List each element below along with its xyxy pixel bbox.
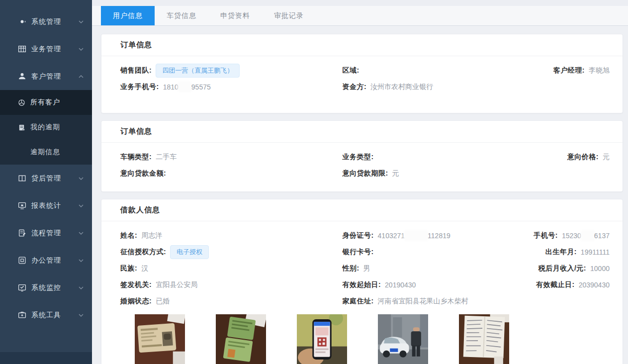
chevron-down-icon <box>78 176 84 182</box>
tab-user-info[interactable]: 用户信息 <box>101 6 155 25</box>
sidebar-item-label: 客户管理 <box>31 72 78 81</box>
name-value: 周志洋 <box>141 231 162 240</box>
sidebar-item-label: 所有客户 <box>30 98 60 107</box>
chevron-down-icon <box>78 46 84 52</box>
customer-management-submenu: 所有客户 我的逾期 逾期信息 <box>0 90 92 165</box>
grid-icon <box>18 45 26 53</box>
photo-item: 征信授权 <box>297 314 347 364</box>
sidebar-item-office-management[interactable]: 办公管理 <box>0 247 92 274</box>
chevron-down-icon <box>78 312 84 318</box>
credit-auth-phone-photo[interactable] <box>297 314 347 364</box>
gear-icon <box>18 17 26 26</box>
license-booklet-photo[interactable] <box>216 314 266 364</box>
chevron-down-icon <box>78 19 84 25</box>
sales-team-label: 销售团队: <box>120 66 152 75</box>
monitor-icon <box>18 201 26 210</box>
sidebar-item-report-statistics[interactable]: 报表统计 <box>0 192 92 219</box>
ethnicity-label: 民族: <box>120 264 137 273</box>
card-title: 订单信息 <box>101 34 623 56</box>
home-address-value: 河南省宜阳县花果山乡木柴村 <box>378 297 468 306</box>
redaction-blur <box>582 232 593 239</box>
valid-from-label: 有效起始日: <box>342 280 381 289</box>
income-label: 税后月收入/元: <box>538 264 586 273</box>
tab-approval-records[interactable]: 审批记录 <box>262 6 316 25</box>
redaction-blur <box>406 232 427 239</box>
sidebar-item-business-management[interactable]: 业务管理 <box>0 35 92 63</box>
birth-date-value: 19911111 <box>581 248 610 256</box>
pie-wheel-icon <box>18 99 25 106</box>
sidebar-item-my-overdue[interactable]: 我的逾期 <box>0 115 92 140</box>
photo-item: 其他材料 <box>459 314 509 364</box>
sidebar-item-system-tools[interactable]: 系统工具 <box>0 301 92 329</box>
bank-card-label: 银行卡号: <box>342 248 373 257</box>
mobile-value: 152306137 <box>562 232 610 240</box>
sidebar-item-all-customers[interactable]: 所有客户 <box>0 90 92 115</box>
birth-date-label: 出生年月: <box>545 248 577 257</box>
sidebar-item-label: 系统工具 <box>31 311 78 320</box>
order-info-card-1: 订单信息 销售团队: 四团一营（直属王鹏飞） 区域: 客户经理: 李晓旭 <box>101 34 623 113</box>
sidebar-item-system-management[interactable]: 系统管理 <box>0 8 92 35</box>
detail-tabbar: 用户信息 车贷信息 申贷资料 审批记录 <box>92 6 628 26</box>
valid-to-value: 20390430 <box>579 281 610 289</box>
monitor-check-icon <box>18 283 26 292</box>
card-title: 借款人信息 <box>101 199 623 221</box>
sidebar-item-process-management[interactable]: 流程管理 <box>0 219 92 247</box>
toolbox-icon <box>18 311 26 319</box>
chevron-down-icon <box>78 258 84 264</box>
funder-label: 资金方: <box>342 83 366 91</box>
sidebar-item-label: 贷后管理 <box>31 174 78 183</box>
issuing-authority-value: 宜阳县公安局 <box>156 280 197 289</box>
customer-manager-value: 李晓旭 <box>589 66 610 75</box>
intent-price-label: 意向价格: <box>567 153 599 162</box>
marital-status-label: 婚姻状态: <box>120 297 152 306</box>
income-value: 10000 <box>590 265 610 273</box>
document-photos-row: 身份证 <box>120 314 614 364</box>
chevron-down-icon <box>78 203 84 209</box>
person-car-photo[interactable] <box>378 314 428 364</box>
vehicle-type-value: 二手车 <box>156 153 177 162</box>
sidebar-item-system-monitor[interactable]: 系统监控 <box>0 274 92 301</box>
user-icon <box>18 72 26 81</box>
sidebar-item-label: 业务管理 <box>31 45 78 54</box>
credit-auth-label: 征信授权方式: <box>120 248 166 257</box>
sidebar-item-overdue-info[interactable]: 逾期信息 <box>0 140 92 165</box>
doc-edit-icon <box>18 229 26 237</box>
tab-car-loan-info[interactable]: 车贷信息 <box>155 6 208 25</box>
business-phone-value: 181095575 <box>163 83 211 91</box>
sidebar-item-label: 系统管理 <box>31 17 78 26</box>
sidebar: 系统管理 业务管理 客户管理 所有客户 我的逾期 逾期信息 <box>0 0 92 364</box>
card-title: 订单信息 <box>101 121 623 143</box>
chevron-up-icon <box>78 74 84 80</box>
sidebar-item-post-loan-management[interactable]: 贷后管理 <box>0 165 92 192</box>
vehicle-type-label: 车辆类型: <box>120 153 152 162</box>
handwritten-document-photo[interactable] <box>459 314 509 364</box>
notebook-icon <box>18 124 25 131</box>
nested-square-icon <box>18 256 26 265</box>
sidebar-item-label: 我的逾期 <box>30 123 60 132</box>
ethnicity-value: 汉 <box>141 264 148 273</box>
business-phone-label: 业务手机号: <box>120 83 159 91</box>
customer-manager-label: 客户经理: <box>553 66 585 75</box>
sidebar-item-label: 系统监控 <box>31 283 78 292</box>
open-book-icon <box>18 174 26 182</box>
name-label: 姓名: <box>120 231 137 240</box>
sidebar-item-label: 办公管理 <box>31 256 78 265</box>
intent-price-value: 元 <box>603 153 610 162</box>
top-spacer <box>92 0 628 6</box>
tab-loan-application-docs[interactable]: 申贷资料 <box>208 6 262 25</box>
chevron-down-icon <box>78 285 84 291</box>
sales-team-chip[interactable]: 四团一营（直属王鹏飞） <box>156 64 240 78</box>
intent-loan-amount-label: 意向贷款金额: <box>120 169 166 178</box>
redaction-blur <box>179 83 190 91</box>
region-label: 区域: <box>342 66 359 75</box>
valid-to-label: 有效截止日: <box>536 280 575 289</box>
photo-item: 驾驶证副页 <box>216 314 266 364</box>
id-card-photo[interactable] <box>135 314 185 364</box>
mobile-label: 手机号: <box>534 231 558 240</box>
id-number-value: 4103271112819 <box>378 232 450 240</box>
borrower-info-card: 借款人信息 姓名: 周志洋 身份证号: 4103271112819 手机号: 1… <box>101 199 623 364</box>
sidebar-item-customer-management[interactable]: 客户管理 <box>0 63 92 90</box>
photo-item: 身份证 <box>135 314 185 364</box>
intent-loan-term-label: 意向贷款期限: <box>342 169 388 178</box>
id-number-label: 身份证号: <box>342 231 373 240</box>
